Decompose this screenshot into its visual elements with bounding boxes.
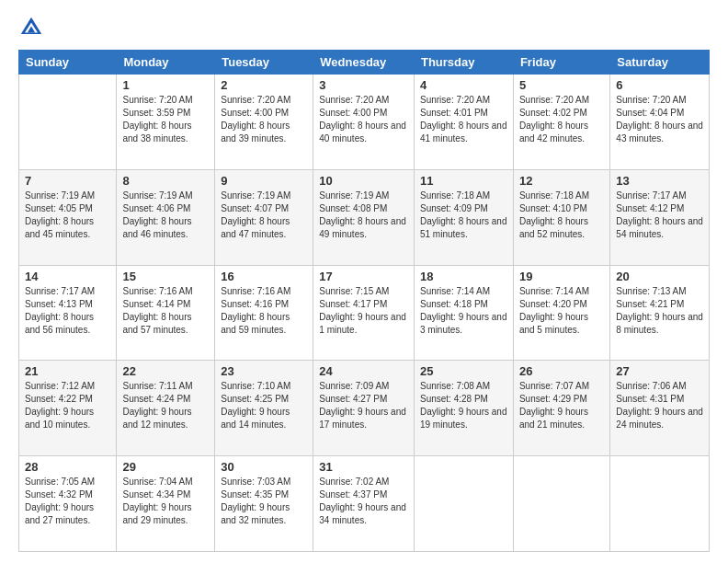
calendar-cell: 16Sunrise: 7:16 AMSunset: 4:16 PMDayligh…: [215, 265, 313, 361]
day-number: 10: [319, 174, 408, 188]
calendar-cell: 6Sunrise: 7:20 AMSunset: 4:04 PMDaylight…: [610, 75, 710, 170]
day-number: 22: [122, 364, 209, 378]
day-number: 8: [122, 174, 209, 188]
day-number: 9: [221, 174, 307, 188]
day-info: Sunrise: 7:02 AMSunset: 4:37 PMDaylight:…: [319, 476, 408, 527]
calendar-cell: 29Sunrise: 7:04 AMSunset: 4:34 PMDayligh…: [117, 456, 215, 552]
week-row-3: 14Sunrise: 7:17 AMSunset: 4:13 PMDayligh…: [19, 265, 710, 361]
calendar-cell: 11Sunrise: 7:18 AMSunset: 4:09 PMDayligh…: [414, 169, 513, 265]
calendar-cell: 24Sunrise: 7:09 AMSunset: 4:27 PMDayligh…: [313, 361, 415, 456]
weekday-header-wednesday: Wednesday: [313, 51, 415, 75]
day-info: Sunrise: 7:08 AMSunset: 4:28 PMDaylight:…: [420, 380, 507, 431]
calendar-cell: 10Sunrise: 7:19 AMSunset: 4:08 PMDayligh…: [313, 169, 415, 265]
day-info: Sunrise: 7:20 AMSunset: 4:04 PMDaylight:…: [616, 94, 703, 145]
weekday-header-sunday: Sunday: [19, 51, 117, 75]
day-info: Sunrise: 7:20 AMSunset: 3:59 PMDaylight:…: [122, 94, 209, 145]
day-info: Sunrise: 7:16 AMSunset: 4:16 PMDaylight:…: [221, 285, 307, 337]
day-number: 19: [519, 270, 604, 283]
day-info: Sunrise: 7:19 AMSunset: 4:08 PMDaylight:…: [319, 190, 408, 241]
weekday-header-tuesday: Tuesday: [215, 51, 313, 75]
logo: [18, 15, 48, 40]
day-number: 4: [420, 78, 507, 92]
header: [18, 15, 710, 40]
weekday-header-thursday: Thursday: [414, 51, 513, 75]
calendar-cell: 21Sunrise: 7:12 AMSunset: 4:22 PMDayligh…: [19, 361, 117, 456]
day-info: Sunrise: 7:05 AMSunset: 4:32 PMDaylight:…: [25, 476, 110, 527]
day-info: Sunrise: 7:19 AMSunset: 4:05 PMDaylight:…: [25, 190, 110, 241]
day-info: Sunrise: 7:16 AMSunset: 4:14 PMDaylight:…: [122, 285, 209, 337]
calendar-cell: [19, 75, 117, 170]
calendar-cell: 2Sunrise: 7:20 AMSunset: 4:00 PMDaylight…: [215, 75, 313, 170]
day-number: 29: [122, 460, 209, 474]
day-number: 20: [616, 270, 703, 283]
day-number: 26: [519, 364, 604, 378]
day-number: 23: [221, 364, 307, 378]
calendar-cell: 9Sunrise: 7:19 AMSunset: 4:07 PMDaylight…: [215, 169, 313, 265]
weekday-header-saturday: Saturday: [610, 51, 710, 75]
week-row-1: 1Sunrise: 7:20 AMSunset: 3:59 PMDaylight…: [19, 75, 710, 170]
calendar-cell: 31Sunrise: 7:02 AMSunset: 4:37 PMDayligh…: [313, 456, 415, 552]
day-info: Sunrise: 7:12 AMSunset: 4:22 PMDaylight:…: [25, 380, 110, 431]
day-number: 3: [319, 78, 408, 92]
calendar-cell: 17Sunrise: 7:15 AMSunset: 4:17 PMDayligh…: [313, 265, 415, 361]
day-info: Sunrise: 7:14 AMSunset: 4:20 PMDaylight:…: [519, 285, 604, 337]
day-number: 27: [616, 364, 703, 378]
day-number: 14: [25, 270, 110, 283]
day-info: Sunrise: 7:07 AMSunset: 4:29 PMDaylight:…: [519, 380, 604, 431]
day-number: 17: [319, 270, 408, 283]
day-number: 25: [420, 364, 507, 378]
day-info: Sunrise: 7:03 AMSunset: 4:35 PMDaylight:…: [221, 476, 307, 527]
day-info: Sunrise: 7:14 AMSunset: 4:18 PMDaylight:…: [420, 285, 507, 337]
calendar-cell: 4Sunrise: 7:20 AMSunset: 4:01 PMDaylight…: [414, 75, 513, 170]
calendar-cell: 20Sunrise: 7:13 AMSunset: 4:21 PMDayligh…: [610, 265, 710, 361]
day-info: Sunrise: 7:15 AMSunset: 4:17 PMDaylight:…: [319, 285, 408, 337]
day-number: 16: [221, 270, 307, 283]
day-number: 7: [25, 174, 110, 188]
day-number: 31: [319, 460, 408, 474]
calendar-cell: 27Sunrise: 7:06 AMSunset: 4:31 PMDayligh…: [610, 361, 710, 456]
calendar-cell: 8Sunrise: 7:19 AMSunset: 4:06 PMDaylight…: [117, 169, 215, 265]
calendar-cell: 1Sunrise: 7:20 AMSunset: 3:59 PMDaylight…: [117, 75, 215, 170]
day-number: 28: [25, 460, 110, 474]
week-row-5: 28Sunrise: 7:05 AMSunset: 4:32 PMDayligh…: [19, 456, 710, 552]
day-number: 11: [420, 174, 507, 188]
week-row-4: 21Sunrise: 7:12 AMSunset: 4:22 PMDayligh…: [19, 361, 710, 456]
page: SundayMondayTuesdayWednesdayThursdayFrid…: [0, 0, 728, 563]
day-number: 18: [420, 270, 507, 283]
logo-icon: [18, 15, 44, 40]
day-number: 5: [519, 78, 604, 92]
week-row-2: 7Sunrise: 7:19 AMSunset: 4:05 PMDaylight…: [19, 169, 710, 265]
calendar-cell: 30Sunrise: 7:03 AMSunset: 4:35 PMDayligh…: [215, 456, 313, 552]
weekday-header-monday: Monday: [117, 51, 215, 75]
day-info: Sunrise: 7:18 AMSunset: 4:10 PMDaylight:…: [519, 190, 604, 241]
day-number: 6: [616, 78, 703, 92]
calendar-table: SundayMondayTuesdayWednesdayThursdayFrid…: [18, 50, 710, 552]
day-number: 2: [221, 78, 307, 92]
day-info: Sunrise: 7:06 AMSunset: 4:31 PMDaylight:…: [616, 380, 703, 431]
day-info: Sunrise: 7:04 AMSunset: 4:34 PMDaylight:…: [122, 476, 209, 527]
calendar-cell: 22Sunrise: 7:11 AMSunset: 4:24 PMDayligh…: [117, 361, 215, 456]
calendar-cell: [513, 456, 609, 552]
day-number: 21: [25, 364, 110, 378]
day-info: Sunrise: 7:13 AMSunset: 4:21 PMDaylight:…: [616, 285, 703, 337]
weekday-header-friday: Friday: [513, 51, 609, 75]
calendar-cell: 13Sunrise: 7:17 AMSunset: 4:12 PMDayligh…: [610, 169, 710, 265]
calendar-cell: [414, 456, 513, 552]
calendar-cell: 26Sunrise: 7:07 AMSunset: 4:29 PMDayligh…: [513, 361, 609, 456]
calendar-cell: 19Sunrise: 7:14 AMSunset: 4:20 PMDayligh…: [513, 265, 609, 361]
day-info: Sunrise: 7:20 AMSunset: 4:00 PMDaylight:…: [319, 94, 408, 145]
day-info: Sunrise: 7:18 AMSunset: 4:09 PMDaylight:…: [420, 190, 507, 241]
day-info: Sunrise: 7:19 AMSunset: 4:07 PMDaylight:…: [221, 190, 307, 241]
day-info: Sunrise: 7:20 AMSunset: 4:01 PMDaylight:…: [420, 94, 507, 145]
calendar-cell: 12Sunrise: 7:18 AMSunset: 4:10 PMDayligh…: [513, 169, 609, 265]
day-info: Sunrise: 7:11 AMSunset: 4:24 PMDaylight:…: [122, 380, 209, 431]
calendar-cell: 5Sunrise: 7:20 AMSunset: 4:02 PMDaylight…: [513, 75, 609, 170]
calendar-cell: 28Sunrise: 7:05 AMSunset: 4:32 PMDayligh…: [19, 456, 117, 552]
day-number: 15: [122, 270, 209, 283]
calendar-cell: 18Sunrise: 7:14 AMSunset: 4:18 PMDayligh…: [414, 265, 513, 361]
day-info: Sunrise: 7:10 AMSunset: 4:25 PMDaylight:…: [221, 380, 307, 431]
day-number: 12: [519, 174, 604, 188]
calendar-cell: 7Sunrise: 7:19 AMSunset: 4:05 PMDaylight…: [19, 169, 117, 265]
day-number: 1: [122, 78, 209, 92]
day-info: Sunrise: 7:20 AMSunset: 4:00 PMDaylight:…: [221, 94, 307, 145]
